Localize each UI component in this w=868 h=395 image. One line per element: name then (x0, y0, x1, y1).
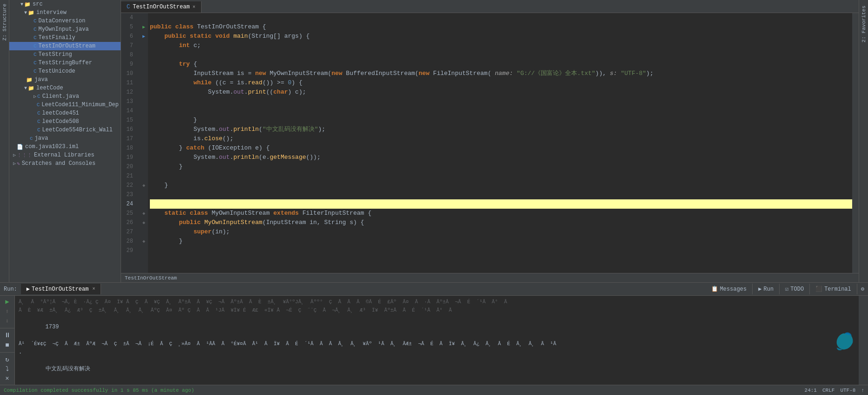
sidebar-item-DataConversion[interactable]: C DataConversion (9, 17, 121, 25)
editor-scroll[interactable]: 4 5 6 7 8 9 10 11 12 13 14 15 16 17 18 1… (121, 13, 859, 273)
sidebar-label-com-java1023: com.java1023.iml (25, 143, 79, 150)
code-line-14 (150, 106, 852, 116)
rerun-button[interactable]: ↻ (2, 355, 13, 363)
gutter-20 (140, 162, 148, 171)
bottom-tabs-bar: Run: ▶ TestInOrOutStream × 📋 Messages ▶ … (0, 283, 868, 296)
project-sidebar: ▼ 📁 src ▼ 📁 interview C DataConversion C… (9, 0, 121, 282)
sidebar-item-Client[interactable]: ▷ C Client.java (9, 92, 121, 101)
line-num-16: 16 (121, 125, 136, 134)
sidebar-item-leetCode[interactable]: ▼ 📁 leetCode (9, 84, 121, 92)
status-position[interactable]: 24:1 (805, 388, 817, 393)
code-line-4 (150, 13, 852, 22)
expand-arrow-Client: ▷ (34, 94, 36, 99)
keyword-class: class (175, 22, 197, 32)
status-line-sep[interactable]: CRLF (822, 388, 834, 393)
bird-logo (833, 329, 856, 352)
sidebar-label-LeetCode554: LeetCode554Brick_Wall (42, 127, 113, 133)
gutter-16 (140, 125, 148, 134)
line-num-9: 9 (121, 60, 136, 69)
sidebar-item-leetCode451[interactable]: C leetCode451 (9, 109, 121, 117)
code-line-16: System.out.println("中文乱码没有解决"); (150, 125, 852, 134)
java-icon-TestStringBuffer: C (34, 60, 37, 66)
sidebar-item-TestFinally[interactable]: C TestFinally (9, 34, 121, 42)
sidebar-label-TestStringBuffer: TestStringBuffer (39, 60, 92, 66)
run-tab-label: TestInOrOutStream (32, 286, 88, 293)
sidebar-item-LeetCode554[interactable]: C LeetCode554Brick_Wall (9, 126, 121, 134)
code-line-29 (150, 246, 852, 255)
code-line-13 (150, 97, 852, 106)
bottom-tab-todo[interactable]: ☑ TODO (780, 284, 810, 294)
number-value: 1739 (46, 324, 59, 330)
code-content[interactable]: public class TestInOrOutStream { public … (148, 13, 852, 273)
sidebar-item-MyOwnInput[interactable]: C MyOwnInput.java (9, 25, 121, 34)
sidebar-item-TestStringBuffer[interactable]: C TestStringBuffer (9, 59, 121, 67)
code-line-20: } (150, 162, 852, 171)
run-tab-close[interactable]: × (92, 286, 95, 292)
pause-button[interactable]: ⏸ (2, 331, 13, 339)
stop-button[interactable]: ■ (2, 341, 13, 349)
gutter-7 (140, 41, 148, 50)
sidebar-item-LeetCode111[interactable]: C LeetCode111_Minimum_Dep (9, 101, 121, 109)
bottom-settings-button[interactable]: ⚙ (857, 286, 868, 293)
editor-tab-bar: C TestInOrOutStream × (121, 0, 859, 13)
terminal-icon: ⬛ (815, 286, 822, 293)
sidebar-item-c-java[interactable]: c java (9, 134, 121, 143)
console-output[interactable]: Å¸ Å °Åº¦Å ¬Å, È ·Å¿ Ç Å¤ Ï¥ Å Ç Å ¥Ç Å¸… (15, 296, 831, 385)
run2-label: Run (764, 286, 774, 293)
run-button[interactable]: ▶ (2, 298, 13, 306)
line-num-4: 4 (121, 13, 136, 22)
sidebar-item-com-java1023[interactable]: 📄 com.java1023.iml (9, 143, 121, 151)
scroll-up-button[interactable]: ⬆ (2, 307, 13, 315)
line-num-19: 19 (121, 153, 136, 162)
bottom-tab-terminal[interactable]: ⬛ Terminal (810, 284, 857, 294)
java-icon-Client: C (37, 94, 40, 99)
step-button[interactable]: ⤵ (2, 365, 13, 373)
status-encoding[interactable]: UTF-8 (840, 388, 855, 393)
bottom-tab-messages[interactable]: 📋 Messages (706, 284, 753, 294)
java-icon-TestString: C (34, 52, 37, 57)
sidebar-item-interview[interactable]: ▼ 📁 interview (9, 8, 121, 17)
line-num-11: 11 (121, 78, 136, 88)
todo-icon: ☑ (785, 286, 788, 293)
close-console-button[interactable]: × (2, 375, 13, 383)
sidebar-item-scratches[interactable]: ▷ ✎ Scratches and Consoles (9, 159, 121, 168)
sidebar-item-TestString[interactable]: C TestString (9, 50, 121, 59)
sidebar-item-TestUnicode[interactable]: C TestUnicode (9, 67, 121, 75)
bottom-tab-run[interactable]: ▶ TestInOrOutStream × (21, 284, 101, 294)
favorites-strip-label[interactable]: 2: Favorites (860, 2, 868, 46)
gutter-17 (140, 134, 148, 143)
code-line-19: System.out.println(e.getMessage()); (150, 153, 852, 162)
expand-arrow-scratches: ▷ (13, 161, 16, 166)
console-number-1739: 1739 (19, 314, 827, 340)
sidebar-label-Client: Client.java (42, 93, 79, 100)
line-num-21: 21 (121, 171, 136, 181)
bottom-tab-run2[interactable]: ▶ Run (753, 284, 780, 294)
sidebar-item-java1[interactable]: 📁 java (9, 75, 121, 84)
status-upload-icon: ↑ (861, 388, 864, 393)
expand-arrow-external: ▷ (13, 152, 16, 158)
structure-strip-label[interactable]: Z: Structure (1, 0, 8, 44)
run-prefix-label: Run: (0, 286, 21, 293)
tab-close-button[interactable]: × (193, 5, 195, 10)
sidebar-label-java1: java (34, 76, 48, 83)
line-num-5: 5 (121, 22, 136, 32)
gutter-19 (140, 153, 148, 162)
status-right: 24:1 CRLF UTF-8 ↑ (805, 388, 864, 393)
scroll-down-button[interactable]: ⬇ (2, 317, 13, 325)
editor-area: C TestInOrOutStream × 4 5 6 7 8 9 10 11 … (121, 0, 859, 282)
line-num-7: 7 (121, 41, 136, 50)
tab-java-icon: C (127, 4, 130, 10)
sidebar-item-leetCode508[interactable]: C leetCode508 (9, 117, 121, 126)
console-line-3: Å¹ ´É¥¢Ç ¬Ç Å Æ± ÅºÆ ¬Å Ç ±Å ¬Å ¡É Å Ç ¸… (19, 340, 827, 348)
editor-tab-TestInOrOutStream[interactable]: C TestInOrOutStream × (121, 1, 202, 13)
sidebar-item-src[interactable]: ▼ 📁 src (9, 0, 121, 8)
gutter-22: ◆ (140, 181, 148, 190)
sidebar-label-leetCode: leetCode (36, 85, 63, 91)
sidebar-label-c-java: java (35, 135, 48, 142)
gutter-13 (140, 97, 148, 106)
sidebar-label-leetCode508: leetCode508 (42, 118, 79, 125)
run-text: Run: (4, 286, 17, 293)
code-line-6: public static void main(String[] args) { (150, 32, 852, 41)
sidebar-item-TestInOrOutStream[interactable]: C TestInOrOutStream (9, 42, 121, 50)
sidebar-item-external-libraries[interactable]: ▷ ⋮⋮⋮ External Libraries (9, 151, 121, 159)
